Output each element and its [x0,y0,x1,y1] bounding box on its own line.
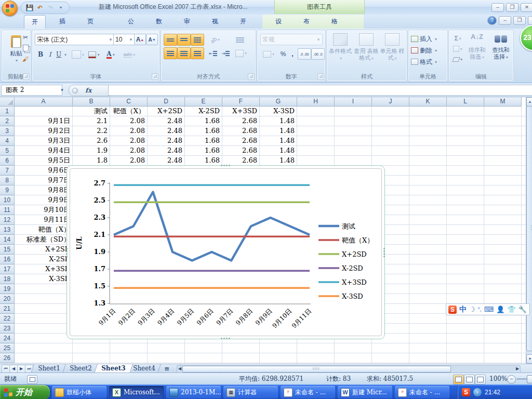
column-header-F[interactable]: F [222,97,260,107]
phonetic-guide-button[interactable]: wén▾ [121,49,138,60]
taskbar-button-7[interactable]: 〃未命名 - ... [395,386,449,398]
row-header-5[interactable]: 5 [0,146,15,156]
cell-D3[interactable]: 2.48 [148,126,184,136]
next-sheet-icon[interactable]: ▶ [17,365,25,373]
cell-B5[interactable]: 1.9 [73,146,110,156]
cell-C2[interactable]: 2.08 [110,116,147,126]
insert-function-button[interactable]: fx [69,85,113,96]
cell-D4[interactable]: 2.48 [148,136,184,146]
cell-A16[interactable]: X-2SD [15,255,72,264]
ribbon-tab-7[interactable]: 视图 [205,15,225,28]
ime-tools-icon[interactable]: 🔧 [518,305,527,313]
name-box[interactable]: 图表 2 [1,85,62,96]
horizontal-scrollbar[interactable]: ◀ ▶ [177,365,521,373]
number-format-combo[interactable]: 常规▼ [260,34,323,45]
view-normal-icon[interactable] [453,375,464,384]
ribbon-tab-3[interactable]: 页面布局 [80,15,101,28]
zoom-out-icon[interactable]: − [507,375,516,384]
cell-D6[interactable]: 2.48 [148,156,184,166]
cell-B6[interactable]: 1.8 [73,156,110,166]
cell-A17[interactable]: X+3SD [15,264,72,274]
column-header-I[interactable]: I [335,97,372,107]
cell-F5[interactable]: 2.68 [222,146,259,156]
chart-handle-left[interactable] [66,248,68,257]
underline-button[interactable]: U [54,49,63,60]
clear-button[interactable]: ▾ [450,54,465,64]
ime-user-icon[interactable]: 👤 [496,305,504,313]
row-header-7[interactable]: 7 [0,166,15,176]
cell-F1[interactable]: X+3SD [222,107,259,116]
row-header-12[interactable]: 12 [0,215,15,225]
column-header-A[interactable]: A [15,97,73,107]
number-dialog-launcher[interactable]: ◿ [317,73,324,80]
first-sheet-icon[interactable]: ⏮ [2,365,10,373]
cell-D1[interactable]: X+2SD [148,107,184,116]
workbook-minimize-button[interactable]: – [499,16,511,25]
ime-skin-icon[interactable]: 👕 [507,305,515,313]
row-header-11[interactable]: 11 [0,205,15,215]
taskbar-button-3[interactable]: 2013-0-1M... [166,386,221,398]
comma-style-button[interactable]: , [288,48,297,60]
scroll-up-icon[interactable]: ▲ [526,97,532,107]
sogou-logo-icon[interactable]: S [448,305,457,314]
workbook-close-button[interactable]: ✕ [528,16,532,25]
row-header-25[interactable]: 25 [0,343,15,353]
taskbar-button-2[interactable]: XMicrosoft... [109,386,164,398]
column-header-G[interactable]: G [260,97,297,107]
font-color-button[interactable]: A▾ [103,49,118,60]
bold-button[interactable]: B [35,49,46,60]
tray-sogou-icon[interactable]: S [462,388,470,396]
find-select-button[interactable]: 查找和 选择▾ [489,32,512,72]
cell-A12[interactable]: 9月11日 [15,215,72,225]
hscroll-right-icon[interactable]: ▶ [514,366,521,371]
row-header-24[interactable]: 24 [0,334,15,343]
increase-indent-icon[interactable]: ⇥ [219,47,232,59]
column-header-M[interactable]: M [484,97,522,107]
ribbon-tab-8[interactable]: 开发工具 [233,15,254,28]
align-center-icon[interactable] [177,47,191,59]
cell-B3[interactable]: 2.2 [73,126,110,136]
row-header-13[interactable]: 13 [0,225,15,235]
row-header-26[interactable]: 26 [0,353,15,363]
font-name-combo[interactable]: 宋体 (正文)▼ [35,34,115,45]
cell-styles-button[interactable]: 单元格 样式▾ [380,32,405,72]
ime-mode-chinese[interactable]: 中 [459,305,467,314]
percent-style-button[interactable]: % [278,48,288,60]
taskbar-button-6[interactable]: W新建 Micr... [338,386,392,398]
row-header-16[interactable]: 16 [0,255,15,264]
view-page-break-icon[interactable] [475,375,486,384]
fill-color-button[interactable]: ▾ [86,49,102,60]
cell-A3[interactable]: 9月2日 [15,126,72,136]
fill-button[interactable]: ▾ [450,44,465,54]
align-bottom-icon[interactable] [191,34,204,46]
ribbon-tab-5[interactable]: 数据 [149,15,169,28]
column-header-D[interactable]: D [148,97,185,107]
cell-A9[interactable]: 9月8日 [15,185,72,195]
cell-F4[interactable]: 2.68 [222,136,259,146]
row-header-14[interactable]: 14 [0,235,15,245]
align-top-icon[interactable] [164,34,177,46]
column-header-K[interactable]: K [409,97,447,107]
italic-button[interactable]: I [45,49,55,60]
ribbon-tab-1[interactable]: 开始 [24,15,46,29]
row-header-4[interactable]: 4 [0,136,15,146]
cell-B1[interactable]: 测试 [73,107,110,116]
context-tab-1[interactable]: 设计 [268,15,289,28]
ribbon-tab-4[interactable]: 公式 [121,15,141,28]
cell-C5[interactable]: 2.08 [110,146,147,156]
zoom-slider[interactable] [527,375,532,383]
save-icon[interactable]: 💾 [25,4,34,12]
column-header-B[interactable]: B [73,97,110,107]
close-button[interactable]: ✕ [521,3,532,12]
decrease-decimal-button[interactable]: .00 .0 [311,48,325,60]
autosum-button[interactable]: Σ▾ [450,33,465,44]
taskbar-button-4[interactable]: ▦计算器 [223,386,278,398]
column-header-J[interactable]: J [372,97,409,107]
cell-A2[interactable]: 9月1日 [15,116,72,126]
sheet-tab-Sheet2[interactable]: Sheet2 [62,364,99,373]
help-icon[interactable]: ? [487,16,497,25]
column-header-H[interactable]: H [297,97,335,107]
context-tab-2[interactable]: 布局 [296,15,317,28]
column-header-E[interactable]: E [185,97,222,107]
vertical-scrollbar[interactable]: ▲ ▼ [526,97,532,364]
